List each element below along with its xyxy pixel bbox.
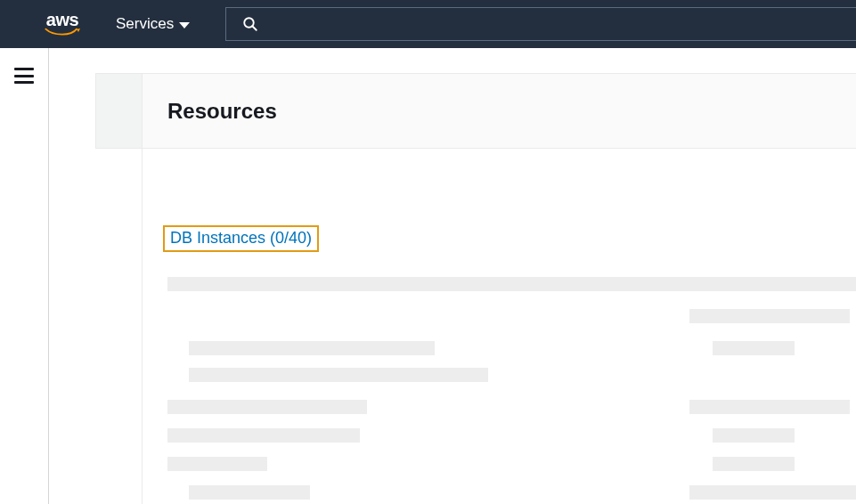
placeholder xyxy=(713,428,795,443)
services-label: Services xyxy=(116,15,174,33)
search-icon xyxy=(242,16,258,32)
placeholder xyxy=(189,368,488,382)
aws-logo[interactable]: aws xyxy=(45,12,80,37)
menu-toggle-button[interactable] xyxy=(14,68,34,84)
chevron-down-icon xyxy=(179,22,190,28)
placeholder xyxy=(167,457,267,471)
placeholder xyxy=(189,341,435,355)
search-input[interactable] xyxy=(269,8,856,40)
page-title: Resources xyxy=(167,99,277,124)
global-search[interactable] xyxy=(225,7,856,41)
db-instances-link[interactable]: DB Instances (0/40) xyxy=(170,229,312,247)
sidebar-toggle-column xyxy=(0,48,49,504)
placeholder xyxy=(167,277,856,291)
placeholder xyxy=(689,485,856,500)
placeholder xyxy=(689,309,850,323)
svg-line-1 xyxy=(252,26,257,30)
resources-card: Resources xyxy=(142,73,856,504)
smile-icon xyxy=(45,28,80,37)
aws-logo-text: aws xyxy=(46,12,78,28)
card-header: Resources xyxy=(143,74,856,149)
placeholder xyxy=(713,457,795,471)
card-body xyxy=(143,149,856,175)
placeholder xyxy=(167,400,367,414)
placeholder xyxy=(167,428,360,443)
placeholder xyxy=(689,400,850,414)
db-instances-highlight: DB Instances (0/40) xyxy=(163,225,319,252)
hamburger-icon xyxy=(14,68,34,70)
placeholder xyxy=(189,485,310,500)
services-menu[interactable]: Services xyxy=(116,15,190,33)
main-content: Resources xyxy=(49,48,856,504)
placeholder xyxy=(713,341,795,355)
top-nav: aws Services xyxy=(0,0,856,48)
